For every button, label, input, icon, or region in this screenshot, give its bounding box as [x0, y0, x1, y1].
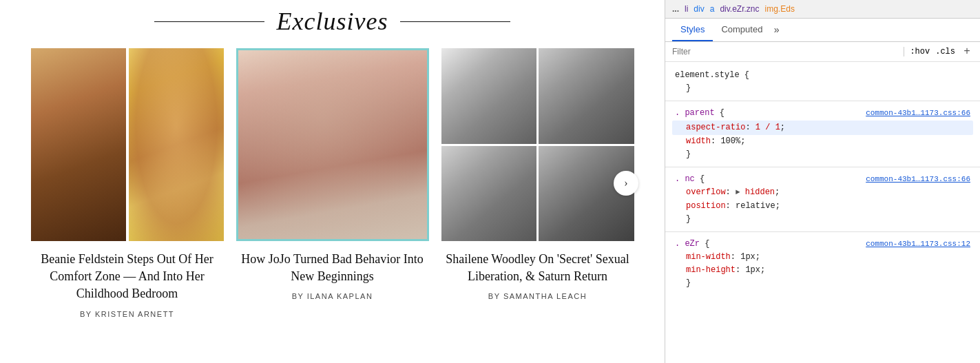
eZr-val-min-width: 1px — [740, 252, 755, 262]
card-1-author: BY KRISTEN ARNETT — [80, 310, 174, 318]
nc-val-overflow: hidden — [740, 187, 775, 197]
next-arrow[interactable]: › — [614, 171, 638, 196]
nc-close: } — [675, 213, 970, 226]
cards-wrapper: Beanie Feldstein Steps Out Of Her Comfor… — [14, 48, 651, 318]
card-1-image-right — [129, 48, 224, 241]
card-2: How JoJo Turned Bad Behavior Into New Be… — [236, 48, 429, 318]
parent-val-width: 100% — [720, 136, 740, 146]
breadcrumb-dots[interactable]: ... — [672, 4, 679, 14]
parent-prop-width: width — [675, 136, 711, 146]
parent-width-line: width: 100%; — [675, 135, 970, 148]
tab-computed[interactable]: Computed — [713, 19, 771, 41]
card-1-photo-left — [31, 48, 126, 241]
devtools-breadcrumb: ... li div a div.eZr.znc img.Eds — [665, 0, 980, 19]
separator-1 — [665, 101, 980, 101]
devtools-css-content: element.style { } . parent { common-43b1… — [665, 62, 980, 363]
nc-prop-overflow: overflow — [675, 187, 726, 197]
nc-selector: . nc — [675, 174, 695, 184]
card-3: Shailene Woodley On 'Secret' Sexual Libe… — [441, 48, 634, 318]
card-1-image-left — [31, 48, 126, 241]
eZr-min-width-line: min-width: 1px; — [675, 251, 970, 264]
nc-position-line: position: relative; — [675, 200, 970, 213]
separator-2 — [665, 167, 980, 167]
tab-more[interactable]: » — [773, 25, 779, 36]
section-title: Exclusives — [154, 7, 511, 36]
card-3-author: BY SAMANTHA LEACH — [488, 292, 587, 300]
card-3-photo-b — [539, 48, 634, 144]
card-1-images — [31, 48, 224, 241]
filter-input[interactable] — [672, 47, 898, 56]
eZr-prop-min-width: min-width — [675, 252, 731, 262]
card-3-photo-a — [441, 48, 537, 144]
nc-prop-position: position — [675, 201, 726, 211]
devtools-tabs: Styles Computed » — [665, 19, 980, 42]
filter-plus-button[interactable]: + — [961, 45, 973, 58]
css-block-eZr: . eZr { common-43b1…1173.css:12 min-widt… — [665, 235, 980, 293]
cards-row: Beanie Feldstein Steps Out Of Her Comfor… — [14, 48, 651, 318]
css-block-nc: . nc { common-43b1…1173.css:66 overflow:… — [665, 170, 980, 229]
eZr-min-height-line: min-height: 1px; — [675, 264, 970, 277]
card-2-photo — [238, 50, 427, 239]
overflow-arrow[interactable]: ► — [736, 188, 740, 196]
devtools-panel: ... li div a div.eZr.znc img.Eds Styles … — [665, 0, 980, 363]
card-2-author: BY ILANA KAPLAN — [292, 292, 373, 300]
nc-val-position: relative — [736, 201, 775, 211]
article-area: Exclusives Beanie Feldstein Steps Out Of… — [0, 0, 665, 363]
filter-cls-button[interactable]: .cls — [935, 47, 955, 56]
breadcrumb-img-Eds[interactable]: img.Eds — [765, 4, 795, 14]
parent-aspect-ratio-line: aspect-ratio: 1 / 1; — [672, 121, 973, 135]
element-style-close: } — [675, 82, 970, 95]
breadcrumb-a[interactable]: a — [710, 4, 715, 14]
devtools-filter-bar: :hov .cls + — [665, 42, 980, 62]
eZr-prop-min-height: min-height — [675, 265, 736, 275]
eZr-source[interactable]: common-43b1…1173.css:12 — [866, 238, 970, 251]
separator-3 — [665, 231, 980, 232]
breadcrumb-div-eZr[interactable]: div.eZr.znc — [720, 4, 759, 14]
css-block-parent: . parent { common-43b1…1173.css:66 aspec… — [665, 104, 980, 164]
breadcrumb-div[interactable]: div — [694, 4, 704, 14]
css-block-element-style: element.style { } — [665, 66, 980, 98]
parent-close: } — [675, 148, 970, 161]
breadcrumb-li[interactable]: li — [685, 4, 688, 14]
nc-source[interactable]: common-43b1…1173.css:66 — [866, 174, 970, 186]
card-2-title[interactable]: How JoJo Turned Bad Behavior Into New Be… — [236, 251, 429, 285]
card-1: Beanie Feldstein Steps Out Of Her Comfor… — [31, 48, 224, 318]
card-2-images — [236, 48, 429, 241]
card-1-title[interactable]: Beanie Feldstein Steps Out Of Her Comfor… — [31, 251, 224, 303]
filter-hov-button[interactable]: :hov — [910, 47, 930, 56]
card-3-images — [441, 48, 634, 241]
element-style-selector: element.style { — [675, 69, 749, 82]
parent-val-aspect-ratio: 1 / 1 — [755, 123, 780, 132]
tab-styles[interactable]: Styles — [672, 19, 713, 41]
eZr-val-min-height: 1px — [745, 265, 760, 275]
filter-divider — [904, 47, 904, 56]
card-1-photo-right — [129, 48, 224, 241]
parent-prop-aspect-ratio: aspect-ratio — [675, 123, 745, 132]
parent-selector: . parent — [675, 108, 715, 118]
nc-overflow-line: overflow: ► hidden; — [675, 186, 970, 199]
parent-source[interactable]: common-43b1…1173.css:66 — [866, 107, 970, 120]
card-3-photo-c — [441, 146, 537, 242]
eZr-close: } — [675, 277, 970, 290]
card-3-title[interactable]: Shailene Woodley On 'Secret' Sexual Libe… — [441, 251, 634, 285]
eZr-selector: . eZr — [675, 239, 700, 249]
